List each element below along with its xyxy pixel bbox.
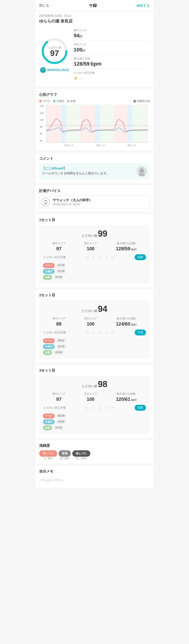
score-item-safety: 安全スコア 100pt	[74, 41, 150, 55]
svg-rect-10	[127, 105, 132, 142]
svg-rect-6	[80, 105, 95, 142]
marvelous-text: MARVELOUS	[47, 68, 69, 72]
set-score-label: 安全スコア	[84, 392, 97, 396]
selfrating-value: ★ --	[74, 75, 150, 81]
set-score-label: 最大/最小心拍数	[116, 317, 136, 320]
totonou-value-3: とどのい値 98	[43, 379, 146, 389]
set-score-value: 88	[53, 321, 65, 327]
set-score-item: 安全スコア 100	[84, 392, 97, 402]
time-tag-row: 水風呂 00:50	[43, 420, 146, 424]
set-score-item: 安全スコア 100	[84, 317, 97, 327]
tag-water: 水風呂	[43, 344, 55, 349]
tag-rest: 休憩	[43, 275, 52, 280]
time-tag-row: 水風呂 01:20	[43, 344, 146, 349]
stars-1: ☆ ☆ ☆ ☆ ☆	[85, 254, 115, 260]
heartrate-label: 最大/最小心拍	[74, 57, 150, 60]
comment-text: 【ここがGood!】 クールダウンする時間をきちんと取れています。	[42, 166, 134, 176]
congestion-mid-button[interactable]: 普通	[59, 450, 71, 457]
totonou-number-3: 98	[98, 379, 107, 389]
set-score-value: 100	[84, 396, 97, 402]
gauge-svg: とどのい値 97	[40, 37, 69, 65]
score-section: とどのい値 97 🏆 MARVELOUS 集中スコア 94pt 安全スコア	[39, 27, 150, 87]
congestion-low-button[interactable]: 空いてた	[39, 450, 57, 457]
legend-rest: 休憩	[67, 99, 76, 103]
concentration-value: 94pt	[74, 32, 150, 39]
set-score-item: 安全スコア 100	[84, 242, 97, 252]
tag-time: 10:04	[53, 275, 64, 280]
svg-point-14	[139, 173, 145, 176]
set-score-item: 最大/最小心拍数 124/60 bpm	[116, 317, 136, 327]
set-score-label: 最大/最小心拍数	[116, 242, 136, 245]
set-score-value: 128/59 bpm	[116, 246, 136, 252]
three-scores-1: 熱中スコア 97 安全スコア 100 最大/最小心拍数 128/59 bpm	[43, 242, 146, 252]
set-score-value: 120/61 bpm	[116, 396, 136, 402]
svg-rect-3	[47, 105, 61, 142]
totonou-number-2: 94	[98, 304, 107, 314]
tag-time: 08:41	[56, 338, 66, 343]
congestion-buttons: 空いてた 0 - 30% 普通 30 - 80% 混んでた 80 - 100%	[39, 450, 150, 460]
tag-rest: 休憩	[43, 425, 52, 430]
set-score-item: 熱中スコア 97	[53, 392, 65, 402]
congestion-high-button[interactable]: 混んでた	[72, 450, 90, 457]
graph-svg	[47, 105, 148, 142]
legend-resting-hr: 安静時心拍	[133, 99, 150, 103]
edit-button[interactable]: 編集する	[136, 4, 150, 8]
time-tag-row: 水風呂 01:39	[43, 269, 146, 274]
tag-time: 10:19	[53, 425, 64, 430]
score-item-concentration: 集中スコア 94pt	[74, 27, 150, 41]
self-rating-3: とどのい自己評価 ☆ ☆ ☆ ☆ ☆ 覚醒	[43, 405, 146, 411]
concentration-label: 集中スコア	[74, 28, 150, 32]
tag-time: 01:20	[56, 344, 66, 349]
stars-3: ☆ ☆ ☆ ☆ ☆	[85, 405, 115, 411]
self-rating-label-3: とどのい自己評価	[43, 406, 66, 410]
tag-sauna: サウナ	[43, 263, 55, 268]
heartrate-value: 128/59 bpm	[74, 61, 150, 67]
three-scores-3: 熱中スコア 97 安全スコア 100 最大/最小心拍数 120/61 bpm	[43, 392, 146, 402]
set-score-label: 熱中スコア	[53, 242, 65, 245]
self-rating-label-2: とどのい自己評価	[43, 330, 66, 334]
marvelous-badge: 🏆 MARVELOUS	[40, 67, 69, 73]
y-axis: 140120100806040	[40, 105, 44, 142]
set-btn-3[interactable]: 覚醒	[135, 405, 146, 411]
set-header-2: 2セット目	[39, 293, 150, 298]
set-score-label: 熱中スコア	[53, 392, 65, 396]
svg-point-17	[142, 171, 143, 172]
graph-area	[46, 105, 148, 142]
close-button[interactable]: 閉じる	[39, 4, 49, 8]
set-btn-2[interactable]: 浮遊	[135, 330, 146, 336]
gauge-number: 97	[50, 48, 59, 58]
set-score-label: 熱中スコア	[53, 317, 65, 320]
set-score-item: 熱中スコア 97	[53, 242, 65, 252]
congestion-low-range: 0 - 30%	[44, 457, 52, 460]
marvelous-icon: 🏆	[40, 67, 46, 73]
svg-rect-4	[61, 105, 66, 142]
score-items: 集中スコア 94pt 安全スコア 100pt 最大/最小心拍 128/59 bp…	[74, 27, 150, 83]
set-btn-1[interactable]: 覚醒	[135, 254, 146, 260]
tag-time: 00:50	[56, 420, 66, 424]
x-labels: 1セット 2セット 3セット	[53, 144, 148, 147]
tag-sauna: サウナ	[43, 338, 55, 343]
set-score-label: 安全スコア	[84, 317, 97, 320]
tag-sauna: サウナ	[43, 414, 55, 418]
svg-rect-5	[66, 105, 80, 142]
place-name: ゆららの湯 奈良店	[39, 18, 150, 24]
congestion-section: 混雑度 空いてた 0 - 30% 普通 30 - 80% 混んでた 80 - 1…	[36, 440, 153, 464]
app-header: 閉じる サ録 編集する	[36, 0, 153, 11]
comment-section: コメント 【ここがGood!】 クールダウンする時間をきちんと取れています。	[36, 153, 153, 183]
self-rating-2: とどのい自己評価 ☆ ☆ ☆ ☆ ☆ 浮遊	[43, 330, 146, 336]
time-tag-row: 休憩 10:04	[43, 275, 146, 280]
set-score-item: 最大/最小心拍数 120/61 bpm	[116, 392, 136, 402]
time-tags-1: サウナ 07:00 水風呂 01:39 休憩 10:04	[43, 263, 146, 280]
svg-point-16	[140, 171, 141, 172]
set-score-item: 熱中スコア 88	[53, 317, 65, 327]
three-scores-2: 熱中スコア 88 安全スコア 100 最大/最小心拍数 124/60 bpm	[43, 317, 146, 327]
comment-avatar	[136, 166, 147, 176]
top-info: 2024/08/06 22:09 - 23:12 ゆららの湯 奈良店 とどのい値…	[36, 11, 153, 87]
congestion-item-low: 空いてた 0 - 30%	[39, 450, 57, 460]
tag-rest: 休憩	[43, 350, 52, 355]
set-section-1: 1セット目 とどのい値 99 熱中スコア 97 安全スコア 100 最大/最小心…	[36, 214, 153, 287]
tag-water: 水風呂	[43, 269, 55, 274]
time-tags-3: サウナ 06:09 水風呂 00:50 休憩 10:19	[43, 414, 146, 430]
set-score-value: 100	[84, 321, 97, 327]
memo-title: 自分メモ	[39, 469, 150, 474]
